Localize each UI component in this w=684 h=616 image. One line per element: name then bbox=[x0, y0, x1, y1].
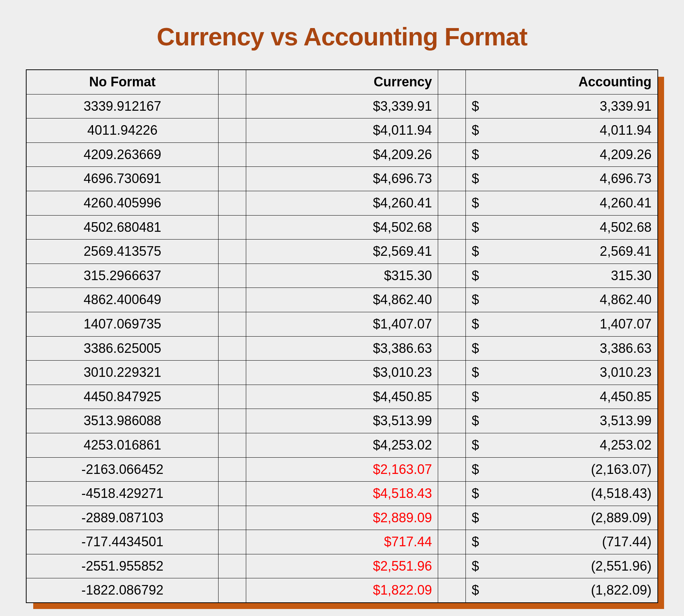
cell-currency: $4,450.85 bbox=[246, 385, 438, 409]
accounting-sign: $ bbox=[472, 364, 479, 382]
cell-currency: $717.44 bbox=[246, 530, 438, 554]
cell-noformat: 3339.912167 bbox=[26, 94, 219, 118]
cell-accounting: $4,862.40 bbox=[465, 288, 658, 312]
accounting-value: 4,260.41 bbox=[600, 194, 652, 212]
accounting-sign: $ bbox=[472, 218, 479, 237]
cell-accounting: $4,450.85 bbox=[465, 385, 658, 409]
accounting-value: 4,253.02 bbox=[600, 436, 652, 454]
column-header-gap2 bbox=[438, 70, 465, 94]
table-row: 315.2966637$315.30$315.30 bbox=[26, 264, 658, 288]
accounting-value: 3,010.23 bbox=[600, 364, 652, 382]
accounting-sign: $ bbox=[472, 509, 479, 527]
cell-gap bbox=[438, 288, 465, 312]
cell-gap bbox=[438, 118, 465, 143]
cell-currency: $3,386.63 bbox=[246, 336, 438, 361]
table-row: 3513.986088$3,513.99$3,513.99 bbox=[26, 409, 658, 433]
accounting-value: 4,209.26 bbox=[600, 146, 652, 164]
cell-gap bbox=[219, 264, 246, 288]
table-row: -2889.087103$2,889.09$(2,889.09) bbox=[26, 506, 658, 530]
cell-currency: $4,518.43 bbox=[246, 482, 438, 506]
cell-currency: $2,551.96 bbox=[246, 554, 438, 578]
cell-accounting: $(4,518.43) bbox=[465, 482, 658, 506]
cell-currency: $4,502.68 bbox=[246, 215, 438, 240]
table-row: 3339.912167$3,339.91$3,339.91 bbox=[26, 94, 658, 118]
cell-gap bbox=[438, 361, 465, 385]
accounting-value: 4,862.40 bbox=[600, 291, 652, 309]
cell-accounting: $3,339.91 bbox=[465, 94, 658, 118]
cell-gap bbox=[219, 506, 246, 530]
accounting-value: 4,011.94 bbox=[600, 121, 652, 140]
table-row: -1822.086792$1,822.09$(1,822.09) bbox=[26, 578, 658, 603]
cell-gap bbox=[219, 336, 246, 361]
cell-noformat: 2569.413575 bbox=[26, 240, 219, 264]
accounting-sign: $ bbox=[472, 97, 479, 116]
cell-currency: $1,407.07 bbox=[246, 312, 438, 336]
table-row: -2551.955852$2,551.96$(2,551.96) bbox=[26, 554, 658, 578]
cell-gap bbox=[438, 167, 465, 191]
cell-noformat: -717.4434501 bbox=[26, 530, 219, 554]
cell-gap bbox=[438, 578, 465, 603]
cell-noformat: 3010.229321 bbox=[26, 361, 219, 385]
table-row: -717.4434501$717.44$(717.44) bbox=[26, 530, 658, 554]
cell-gap bbox=[219, 191, 246, 215]
cell-accounting: $3,513.99 bbox=[465, 409, 658, 433]
cell-gap bbox=[219, 142, 246, 167]
cell-currency: $4,209.26 bbox=[246, 142, 438, 167]
cell-currency: $4,253.02 bbox=[246, 433, 438, 457]
cell-gap bbox=[438, 482, 465, 506]
accounting-value: (717.44) bbox=[602, 533, 652, 551]
table-row: 2569.413575$2,569.41$2,569.41 bbox=[26, 240, 658, 264]
format-table: No Format Currency Accounting 3339.91216… bbox=[26, 69, 658, 603]
cell-gap bbox=[438, 240, 465, 264]
table-row: 4253.016861$4,253.02$4,253.02 bbox=[26, 433, 658, 457]
accounting-value: 3,386.63 bbox=[600, 340, 652, 358]
accounting-value: 315.30 bbox=[611, 267, 652, 285]
table-container: No Format Currency Accounting 3339.91216… bbox=[26, 69, 658, 603]
cell-gap bbox=[219, 240, 246, 264]
column-header-currency: Currency bbox=[246, 70, 438, 94]
accounting-value: 2,569.41 bbox=[600, 242, 652, 261]
accounting-value: (1,822.09) bbox=[591, 581, 652, 599]
accounting-sign: $ bbox=[472, 121, 479, 140]
cell-noformat: -2551.955852 bbox=[26, 554, 219, 578]
cell-gap bbox=[438, 530, 465, 554]
cell-noformat: 4209.263669 bbox=[26, 142, 219, 167]
cell-accounting: $2,569.41 bbox=[465, 240, 658, 264]
table-row: 4450.847925$4,450.85$4,450.85 bbox=[26, 385, 658, 409]
table-row: 3386.625005$3,386.63$3,386.63 bbox=[26, 336, 658, 361]
cell-noformat: 4450.847925 bbox=[26, 385, 219, 409]
accounting-value: (4,518.43) bbox=[591, 485, 652, 503]
column-header-noformat: No Format bbox=[26, 70, 219, 94]
cell-gap bbox=[219, 94, 246, 118]
column-header-gap1 bbox=[219, 70, 246, 94]
cell-currency: $315.30 bbox=[246, 264, 438, 288]
cell-noformat: 4862.400649 bbox=[26, 288, 219, 312]
cell-accounting: $4,696.73 bbox=[465, 167, 658, 191]
cell-gap bbox=[219, 457, 246, 482]
cell-gap bbox=[219, 530, 246, 554]
cell-gap bbox=[438, 264, 465, 288]
cell-noformat: 3386.625005 bbox=[26, 336, 219, 361]
accounting-sign: $ bbox=[472, 194, 479, 212]
cell-gap bbox=[219, 482, 246, 506]
cell-gap bbox=[438, 554, 465, 578]
table-row: 1407.069735$1,407.07$1,407.07 bbox=[26, 312, 658, 336]
cell-gap bbox=[438, 385, 465, 409]
accounting-value: 4,502.68 bbox=[600, 218, 652, 237]
accounting-value: 3,513.99 bbox=[600, 412, 652, 430]
cell-gap bbox=[438, 215, 465, 240]
table-row: -4518.429271$4,518.43$(4,518.43) bbox=[26, 482, 658, 506]
cell-accounting: $3,010.23 bbox=[465, 361, 658, 385]
cell-currency: $2,569.41 bbox=[246, 240, 438, 264]
cell-gap bbox=[219, 167, 246, 191]
cell-currency: $4,260.41 bbox=[246, 191, 438, 215]
cell-gap bbox=[438, 409, 465, 433]
cell-accounting: $4,502.68 bbox=[465, 215, 658, 240]
cell-noformat: 4011.94226 bbox=[26, 118, 219, 143]
accounting-sign: $ bbox=[472, 340, 479, 358]
cell-gap bbox=[219, 288, 246, 312]
cell-accounting: $4,260.41 bbox=[465, 191, 658, 215]
cell-accounting: $(717.44) bbox=[465, 530, 658, 554]
accounting-sign: $ bbox=[472, 461, 479, 479]
table-row: 4011.94226$4,011.94$4,011.94 bbox=[26, 118, 658, 143]
